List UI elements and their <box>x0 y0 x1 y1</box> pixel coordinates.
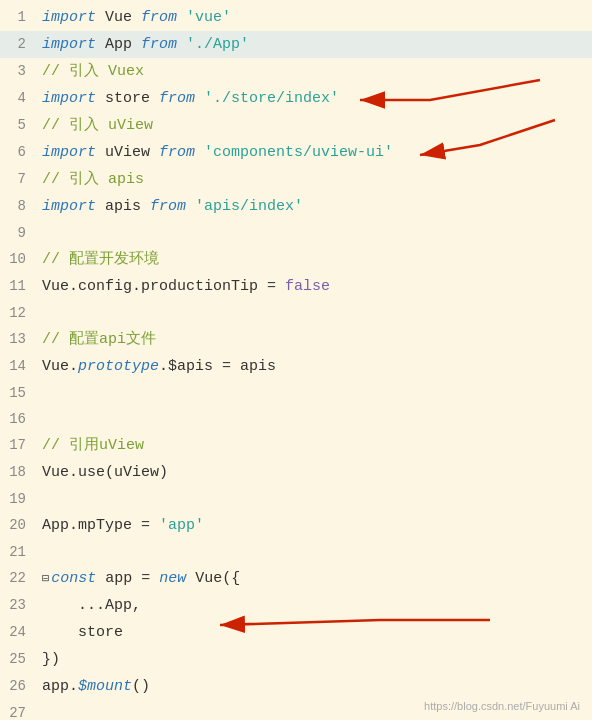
line-number: 18 <box>0 459 36 485</box>
token-var <box>195 144 204 161</box>
token-kw: new <box>159 570 186 587</box>
token-var: uView <box>96 144 159 161</box>
line-number: 15 <box>0 380 36 406</box>
token-kw2: false <box>285 278 330 295</box>
token-var: Vue <box>96 9 141 26</box>
token-var: }) <box>42 651 60 668</box>
line-number: 10 <box>0 246 36 272</box>
code-line-11: 11Vue.config.productionTip = false <box>0 273 592 300</box>
code-line-2: 2import App from './App' <box>0 31 592 58</box>
token-comment: // 引入 apis <box>42 171 144 188</box>
token-var: app = <box>96 570 159 587</box>
token-var: () <box>132 678 150 695</box>
line-number: 1 <box>0 4 36 30</box>
code-line-24: 24 store <box>0 619 592 646</box>
line-content: ⊟const app = new Vue({ <box>36 566 592 592</box>
line-content: import store from './store/index' <box>36 86 592 112</box>
token-var: ...App, <box>42 597 141 614</box>
token-var: store <box>42 624 123 641</box>
line-number: 27 <box>0 700 36 720</box>
line-content: // 配置api文件 <box>36 327 592 353</box>
line-number: 20 <box>0 512 36 538</box>
token-comment: // 引入 Vuex <box>42 63 144 80</box>
token-comment: // 配置开发环境 <box>42 251 159 268</box>
code-lines: 1import Vue from 'vue'2import App from '… <box>0 4 592 720</box>
line-content: // 引入 uView <box>36 113 592 139</box>
line-number: 12 <box>0 300 36 326</box>
code-line-26: 26app.$mount() <box>0 673 592 700</box>
line-content: ...App, <box>36 593 592 619</box>
token-str: './App' <box>186 36 249 53</box>
line-number: 14 <box>0 353 36 379</box>
code-line-22: 22⊟const app = new Vue({ <box>0 565 592 592</box>
code-line-23: 23 ...App, <box>0 592 592 619</box>
line-number: 9 <box>0 220 36 246</box>
line-content: Vue.config.productionTip = false <box>36 274 592 300</box>
line-content: store <box>36 620 592 646</box>
token-kw: from <box>141 36 177 53</box>
code-editor: 1import Vue from 'vue'2import App from '… <box>0 0 592 720</box>
token-var: store <box>96 90 159 107</box>
code-line-13: 13// 配置api文件 <box>0 326 592 353</box>
line-content: // 引用uView <box>36 433 592 459</box>
token-var <box>186 198 195 215</box>
token-kw: from <box>159 144 195 161</box>
code-line-4: 4import store from './store/index' <box>0 85 592 112</box>
token-method: $mount <box>78 678 132 695</box>
line-content: }) <box>36 647 592 673</box>
line-content: Vue.prototype.$apis = apis <box>36 354 592 380</box>
code-line-20: 20App.mpType = 'app' <box>0 512 592 539</box>
line-number: 11 <box>0 273 36 299</box>
token-method: prototype <box>78 358 159 375</box>
line-content: import apis from 'apis/index' <box>36 194 592 220</box>
code-line-10: 10// 配置开发环境 <box>0 246 592 273</box>
collapse-icon[interactable]: ⊟ <box>42 572 49 586</box>
line-number: 4 <box>0 85 36 111</box>
code-line-21: 21 <box>0 539 592 565</box>
line-content: App.mpType = 'app' <box>36 513 592 539</box>
token-kw: const <box>51 570 96 587</box>
token-var: Vue({ <box>186 570 240 587</box>
line-number: 7 <box>0 166 36 192</box>
watermark: https://blog.csdn.net/Fuyuumi Ai <box>424 700 580 712</box>
line-content: import App from './App' <box>36 32 592 58</box>
line-content: // 配置开发环境 <box>36 247 592 273</box>
code-line-25: 25}) <box>0 646 592 673</box>
token-var: App <box>96 36 141 53</box>
token-var: Vue. <box>42 358 78 375</box>
line-content: import uView from 'components/uview-ui' <box>36 140 592 166</box>
line-number: 22 <box>0 565 36 591</box>
code-line-6: 6import uView from 'components/uview-ui' <box>0 139 592 166</box>
token-kw: import <box>42 9 96 26</box>
line-number: 2 <box>0 31 36 57</box>
token-var: .$apis = apis <box>159 358 276 375</box>
line-content: // 引入 apis <box>36 167 592 193</box>
code-line-19: 19 <box>0 486 592 512</box>
line-number: 23 <box>0 592 36 618</box>
line-number: 6 <box>0 139 36 165</box>
token-var: Vue.config.productionTip = <box>42 278 285 295</box>
line-number: 8 <box>0 193 36 219</box>
line-number: 25 <box>0 646 36 672</box>
token-kw: import <box>42 198 96 215</box>
code-line-14: 14Vue.prototype.$apis = apis <box>0 353 592 380</box>
token-kw: import <box>42 144 96 161</box>
token-var: app. <box>42 678 78 695</box>
line-content: // 引入 Vuex <box>36 59 592 85</box>
token-var <box>177 9 186 26</box>
line-content: import Vue from 'vue' <box>36 5 592 31</box>
token-var: apis <box>96 198 150 215</box>
token-str: 'components/uview-ui' <box>204 144 393 161</box>
token-str: 'apis/index' <box>195 198 303 215</box>
token-kw: from <box>141 9 177 26</box>
line-number: 19 <box>0 486 36 512</box>
token-comment: // 引入 uView <box>42 117 153 134</box>
line-number: 5 <box>0 112 36 138</box>
token-str: 'app' <box>159 517 204 534</box>
token-comment: // 配置api文件 <box>42 331 156 348</box>
code-line-7: 7// 引入 apis <box>0 166 592 193</box>
token-str: './store/index' <box>204 90 339 107</box>
token-kw: import <box>42 36 96 53</box>
line-content: Vue.use(uView) <box>36 460 592 486</box>
code-line-5: 5// 引入 uView <box>0 112 592 139</box>
